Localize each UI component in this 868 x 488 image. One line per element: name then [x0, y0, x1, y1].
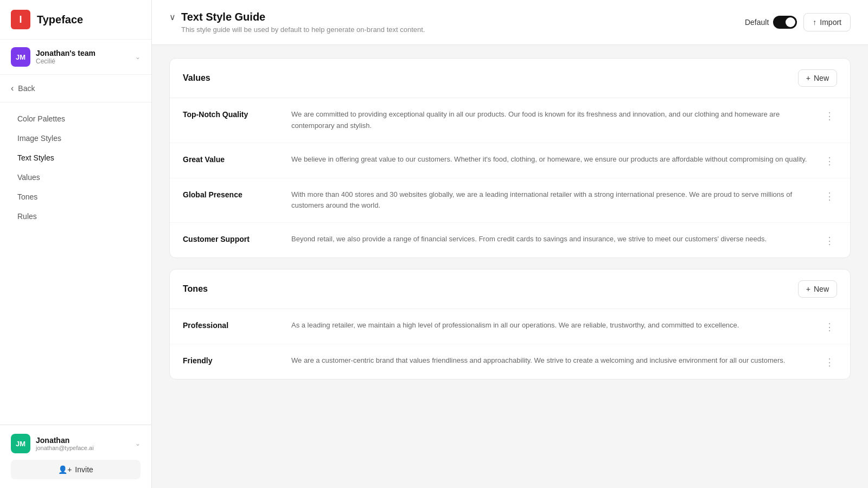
import-icon: ↑	[813, 18, 816, 27]
plus-icon: +	[806, 285, 810, 293]
user-email: jonathan@typeface.ai	[36, 445, 135, 451]
sidebar-footer: JM Jonathan jonathan@typeface.ai ⌄ 👤+ In…	[0, 425, 151, 488]
row-menu-button[interactable]: ⋮	[822, 154, 837, 167]
row-value: We are committed to providing exceptiona…	[291, 109, 822, 132]
page-actions: Default ↑ Import	[745, 13, 851, 31]
team-avatar: JM	[11, 47, 30, 67]
invite-person-icon: 👤+	[58, 465, 72, 474]
page-title-area: ∨ Text Style Guide This style guide will…	[169, 11, 425, 34]
page-title-block: Text Style Guide This style guide will b…	[181, 11, 425, 34]
user-name: Jonathan	[36, 436, 135, 445]
sidebar-item-values[interactable]: Values	[4, 168, 147, 187]
row-menu-button[interactable]: ⋮	[822, 189, 837, 202]
default-toggle-switch[interactable]	[773, 16, 797, 29]
row-menu-button[interactable]: ⋮	[822, 320, 837, 333]
tones-section-header: Tones + New	[170, 269, 850, 309]
sidebar-item-color-palettes[interactable]: Color Palettes	[4, 109, 147, 129]
team-name: Jonathan's team	[36, 49, 135, 57]
tones-section-title: Tones	[183, 284, 208, 294]
row-value: We are a customer-centric brand that val…	[291, 355, 822, 367]
values-new-label: New	[814, 74, 829, 82]
import-button[interactable]: ↑ Import	[803, 13, 851, 31]
back-button[interactable]: ‹ Back	[0, 75, 151, 102]
row-menu-button[interactable]: ⋮	[822, 355, 837, 368]
user-info: Jonathan jonathan@typeface.ai	[36, 436, 135, 451]
logo-icon: I	[11, 10, 30, 29]
collapse-icon[interactable]: ∨	[169, 11, 176, 22]
main-content: ∨ Text Style Guide This style guide will…	[152, 0, 868, 488]
values-new-button[interactable]: + New	[798, 69, 837, 87]
row-label: Global Presence	[183, 189, 291, 199]
default-toggle: Default	[745, 16, 797, 29]
row-label: Friendly	[183, 355, 291, 365]
logo-area: I Typeface	[0, 0, 151, 40]
row-label: Professional	[183, 320, 291, 330]
invite-button[interactable]: 👤+ Invite	[11, 460, 141, 479]
chevron-down-icon: ⌄	[135, 53, 141, 61]
app-name: Typeface	[37, 14, 83, 26]
invite-label: Invite	[75, 465, 93, 474]
row-value: We believe in offering great value to ou…	[291, 154, 822, 165]
default-label: Default	[745, 18, 769, 27]
sidebar-item-text-styles[interactable]: Text Styles	[4, 148, 147, 168]
back-chevron-icon: ‹	[11, 84, 14, 93]
table-row: Professional As a leading retailer, we m…	[170, 309, 850, 344]
tones-new-button[interactable]: + New	[798, 280, 837, 298]
sidebar-nav: Color Palettes Image Styles Text Styles …	[0, 102, 151, 425]
toggle-knob	[786, 17, 795, 27]
values-section-title: Values	[183, 73, 210, 83]
team-info: Jonathan's team Cecilié	[36, 49, 135, 65]
user-section[interactable]: JM Jonathan jonathan@typeface.ai ⌄	[11, 434, 141, 453]
row-label: Top-Notch Quality	[183, 109, 291, 119]
row-label: Great Value	[183, 154, 291, 164]
plus-icon: +	[806, 74, 810, 82]
tones-section: Tones + New Professional As a leading re…	[169, 269, 851, 380]
values-section: Values + New Top-Notch Quality We are co…	[169, 58, 851, 258]
table-row: Friendly We are a customer-centric brand…	[170, 344, 850, 379]
row-value: With more than 400 stores and 30 website…	[291, 189, 822, 212]
row-value: Beyond retail, we also provide a range o…	[291, 234, 822, 245]
sidebar-item-tones[interactable]: Tones	[4, 187, 147, 207]
page-header: ∨ Text Style Guide This style guide will…	[152, 0, 868, 45]
tones-new-label: New	[814, 285, 829, 293]
table-row: Top-Notch Quality We are committed to pr…	[170, 98, 850, 143]
table-row: Customer Support Beyond retail, we also …	[170, 223, 850, 258]
team-sub: Cecilié	[36, 57, 135, 65]
page-title: Text Style Guide	[181, 11, 425, 23]
content-area: Values + New Top-Notch Quality We are co…	[152, 45, 868, 403]
values-section-header: Values + New	[170, 59, 850, 98]
sidebar: I Typeface JM Jonathan's team Cecilié ⌄ …	[0, 0, 152, 488]
user-chevron-icon: ⌄	[135, 440, 141, 447]
row-label: Customer Support	[183, 234, 291, 243]
sidebar-item-rules[interactable]: Rules	[4, 207, 147, 226]
table-row: Great Value We believe in offering great…	[170, 143, 850, 178]
back-label: Back	[18, 84, 35, 93]
team-selector[interactable]: JM Jonathan's team Cecilié ⌄	[0, 40, 151, 75]
row-menu-button[interactable]: ⋮	[822, 109, 837, 122]
page-subtitle: This style guide will be used by default…	[181, 25, 425, 34]
row-menu-button[interactable]: ⋮	[822, 234, 837, 247]
sidebar-item-image-styles[interactable]: Image Styles	[4, 129, 147, 148]
user-avatar: JM	[11, 434, 30, 453]
row-value: As a leading retailer, we maintain a hig…	[291, 320, 822, 331]
table-row: Global Presence With more than 400 store…	[170, 178, 850, 223]
import-label: Import	[820, 18, 841, 27]
